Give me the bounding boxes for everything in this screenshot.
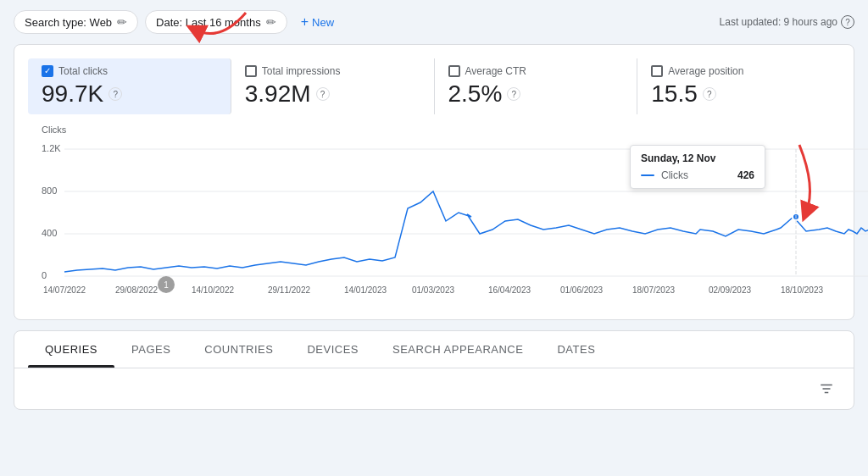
svg-text:0: 0: [42, 270, 47, 280]
total-clicks-help-icon[interactable]: ?: [108, 87, 122, 101]
average-position-help-icon[interactable]: ?: [703, 87, 716, 101]
total-clicks-label: Total clicks: [58, 65, 108, 77]
average-ctr-label: Average CTR: [465, 65, 526, 77]
metric-average-ctr[interactable]: Average CTR 2.5% ?: [435, 58, 638, 114]
new-label: New: [312, 16, 334, 29]
filter-button[interactable]: [813, 375, 840, 402]
svg-text:1.2K: 1.2K: [42, 143, 61, 153]
svg-text:1: 1: [164, 280, 169, 290]
svg-text:01/03/2023: 01/03/2023: [412, 285, 454, 295]
chart-tooltip: Sunday, 12 Nov Clicks 426: [630, 145, 765, 189]
svg-text:29/08/2022: 29/08/2022: [115, 285, 158, 295]
tabs-card: QUERIES PAGES COUNTRIES DEVICES SEARCH A…: [14, 330, 854, 410]
svg-text:18/10/2023: 18/10/2023: [781, 285, 823, 295]
plus-icon: +: [301, 14, 309, 30]
metric-total-clicks[interactable]: ✓ Total clicks 99.7K ?: [28, 58, 231, 114]
last-updated-help-icon[interactable]: ?: [841, 15, 854, 29]
top-bar-left: Search type: Web ✏ Date: Last 16 months …: [14, 10, 341, 34]
total-clicks-checkbox[interactable]: ✓: [42, 65, 53, 77]
total-clicks-value: 99.7K: [42, 80, 103, 108]
tooltip-metric-label: Clicks: [661, 169, 688, 181]
svg-text:14/07/2022: 14/07/2022: [43, 285, 86, 295]
search-type-label: Search type: Web: [25, 16, 112, 29]
tab-countries[interactable]: COUNTRIES: [187, 331, 290, 368]
tooltip-line-indicator: [641, 174, 654, 176]
last-updated: Last updated: 9 hours ago ?: [720, 15, 854, 29]
tabs-row: QUERIES PAGES COUNTRIES DEVICES SEARCH A…: [14, 331, 854, 368]
average-position-value: 15.5: [651, 80, 698, 108]
tab-pages[interactable]: PAGES: [114, 331, 187, 368]
date-edit-icon: ✏: [266, 15, 276, 29]
date-label: Date: Last 16 months: [156, 16, 261, 29]
total-impressions-checkbox[interactable]: [245, 65, 257, 77]
svg-text:400: 400: [42, 228, 57, 238]
tooltip-date: Sunday, 12 Nov: [641, 152, 754, 164]
svg-text:29/11/2022: 29/11/2022: [268, 285, 310, 295]
top-bar: Search type: Web ✏ Date: Last 16 months …: [14, 10, 854, 34]
average-ctr-help-icon[interactable]: ?: [507, 87, 520, 101]
average-ctr-value: 2.5%: [448, 80, 503, 108]
average-ctr-checkbox[interactable]: [448, 65, 460, 77]
new-button[interactable]: + New: [294, 10, 341, 34]
metrics-chart-card: ✓ Total clicks 99.7K ? Total impressions…: [14, 44, 854, 320]
tab-devices[interactable]: DEVICES: [290, 331, 376, 368]
metrics-row: ✓ Total clicks 99.7K ? Total impressions…: [28, 58, 840, 114]
svg-text:14/01/2023: 14/01/2023: [344, 285, 387, 295]
date-filter[interactable]: Date: Last 16 months ✏: [145, 10, 287, 34]
search-type-edit-icon: ✏: [117, 15, 127, 29]
tab-dates[interactable]: DATES: [540, 331, 612, 368]
svg-text:18/07/2023: 18/07/2023: [632, 285, 675, 295]
search-type-filter[interactable]: Search type: Web ✏: [14, 10, 138, 34]
average-position-checkbox[interactable]: [651, 65, 663, 77]
tabs-content: [14, 368, 854, 409]
svg-text:14/10/2022: 14/10/2022: [192, 285, 234, 295]
check-icon: ✓: [44, 67, 51, 75]
tab-search-appearance[interactable]: SEARCH APPEARANCE: [376, 331, 540, 368]
total-impressions-help-icon[interactable]: ?: [316, 87, 330, 101]
svg-text:01/06/2023: 01/06/2023: [560, 285, 603, 295]
tooltip-metric-value: 426: [737, 169, 754, 181]
average-position-label: Average position: [668, 65, 743, 77]
chart-container: Clicks 1.2K 800 400 0: [28, 125, 840, 306]
tab-queries[interactable]: QUERIES: [28, 331, 114, 368]
chart-y-axis-label: Clicks: [42, 125, 833, 135]
svg-text:16/04/2023: 16/04/2023: [488, 285, 531, 295]
total-impressions-label: Total impressions: [262, 65, 341, 77]
svg-text:800: 800: [42, 185, 57, 196]
metric-average-position[interactable]: Average position 15.5 ?: [637, 58, 840, 114]
metric-total-impressions[interactable]: Total impressions 3.92M ?: [231, 58, 435, 114]
svg-text:02/09/2023: 02/09/2023: [709, 285, 751, 295]
total-impressions-value: 3.92M: [245, 80, 311, 108]
